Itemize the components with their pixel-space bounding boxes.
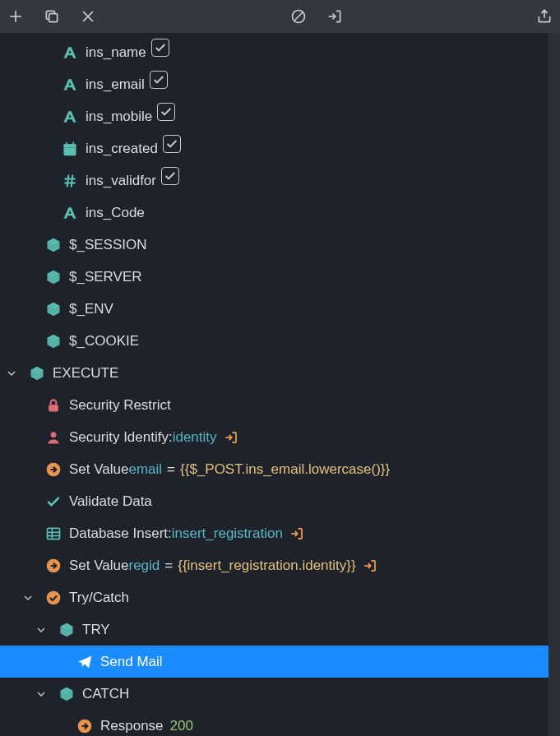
try-section[interactable]: TRY (0, 613, 560, 646)
cube-icon (56, 686, 77, 702)
field-item[interactable]: ins_created (0, 132, 560, 164)
superglobal-item[interactable]: $_SERVER (0, 261, 560, 293)
field-label: ins_Code (86, 205, 145, 221)
superglobal-item[interactable]: $_ENV (0, 293, 560, 325)
field-label: ins_validfor (86, 173, 156, 189)
step-security-identify[interactable]: Security Identify: identity (0, 421, 560, 453)
exit-icon[interactable] (326, 7, 344, 25)
step-expr: {{$_POST.ins_email.lowercase()}} (180, 461, 390, 478)
text-icon (59, 205, 81, 221)
catch-label: CATCH (82, 686, 129, 702)
svg-rect-2 (49, 14, 58, 22)
execute-section[interactable]: EXECUTE (0, 357, 560, 389)
svg-line-6 (294, 12, 303, 21)
step-value: insert_registration (172, 525, 283, 542)
arrow-circle-icon (43, 558, 64, 574)
step-label: Response (100, 718, 164, 734)
svg-rect-18 (49, 405, 58, 411)
response-code: 200 (170, 718, 193, 734)
field-label: ins_email (86, 76, 145, 93)
equals-sign: = (167, 461, 175, 478)
check-circle-icon (43, 590, 64, 606)
chevron-down-icon[interactable] (20, 591, 36, 604)
output-icon (224, 430, 238, 445)
output-icon (289, 526, 304, 541)
step-label: Set Value (69, 461, 128, 478)
step-validate-data[interactable]: Validate Data (0, 485, 560, 517)
field-checkbox[interactable] (151, 39, 169, 57)
step-database-insert[interactable]: Database Insert: insert_registration (0, 517, 560, 549)
superglobal-label: $_ENV (69, 301, 113, 317)
superglobal-label: $_SERVER (69, 269, 142, 285)
field-checkbox[interactable] (150, 71, 168, 89)
lock-icon (43, 397, 64, 414)
step-label: Set Value (69, 558, 128, 574)
cube-icon (43, 301, 64, 317)
arrow-circle-icon (74, 718, 95, 734)
cube-icon (43, 333, 64, 349)
field-item[interactable]: ins_name (0, 36, 560, 68)
svg-rect-22 (48, 528, 60, 539)
cube-icon (26, 365, 48, 382)
arrow-circle-icon (43, 461, 64, 478)
text-icon (59, 109, 81, 125)
field-item[interactable]: ins_email (0, 68, 560, 100)
no-sign-icon[interactable] (289, 7, 308, 25)
step-set-value[interactable]: Set Value regid = {{insert_registration.… (0, 549, 560, 581)
field-label: ins_name (86, 44, 146, 61)
chevron-down-icon[interactable] (33, 687, 49, 701)
field-checkbox[interactable] (161, 167, 179, 185)
superglobal-item[interactable]: $_SESSION (0, 229, 560, 261)
send-icon (74, 654, 95, 670)
field-checkbox[interactable] (157, 103, 175, 121)
toolbar (0, 0, 560, 33)
field-label: ins_created (86, 141, 158, 157)
step-label: Security Identify: (69, 429, 173, 446)
svg-point-19 (51, 432, 57, 437)
add-icon[interactable] (7, 7, 25, 25)
chevron-down-icon[interactable] (3, 367, 20, 380)
execute-label: EXECUTE (53, 365, 118, 382)
step-expr: {{insert_registration.identity}} (178, 558, 355, 574)
share-icon[interactable] (535, 7, 553, 25)
close-icon[interactable] (79, 7, 97, 25)
step-response[interactable]: Response 200 (0, 710, 560, 736)
try-label: TRY (82, 622, 110, 638)
field-item[interactable]: ins_validfor (0, 164, 560, 197)
step-value: identity (173, 429, 217, 446)
hash-icon (59, 173, 81, 189)
calendar-icon (59, 141, 81, 157)
catch-section[interactable]: CATCH (0, 678, 560, 710)
superglobal-item[interactable]: $_COOKIE (0, 325, 560, 357)
text-icon (59, 76, 81, 93)
output-icon (363, 558, 377, 573)
chevron-down-icon[interactable] (33, 623, 49, 636)
table-icon (43, 525, 64, 542)
svg-point-29 (47, 590, 61, 604)
step-try-catch[interactable]: Try/Catch (0, 581, 560, 613)
step-var: regid (128, 558, 160, 574)
cube-icon (43, 269, 64, 285)
field-item[interactable]: ins_mobile (0, 100, 560, 132)
step-send-mail[interactable]: Send Mail (0, 646, 560, 678)
cube-icon (56, 622, 77, 638)
svg-rect-11 (64, 144, 76, 147)
superglobal-label: $_SESSION (69, 237, 147, 253)
field-checkbox[interactable] (163, 135, 181, 153)
tree-panel: ins_name ins_email ins_mobile ins_create… (0, 33, 560, 736)
step-set-value[interactable]: Set Value email = {{$_POST.ins_email.low… (0, 453, 560, 485)
equals-sign: = (164, 558, 173, 574)
text-icon (59, 44, 81, 61)
scrollbar-track[interactable] (548, 33, 560, 736)
copy-icon[interactable] (43, 7, 61, 25)
step-label: Database Insert: (69, 525, 172, 542)
step-label: Try/Catch (69, 590, 129, 606)
user-icon (43, 429, 64, 446)
check-icon (43, 493, 64, 510)
step-security-restrict[interactable]: Security Restrict (0, 389, 560, 421)
field-item[interactable]: ins_Code (0, 197, 560, 229)
svg-line-17 (72, 174, 73, 187)
field-label: ins_mobile (86, 109, 152, 125)
cube-icon (43, 237, 64, 253)
superglobal-label: $_COOKIE (69, 333, 139, 349)
